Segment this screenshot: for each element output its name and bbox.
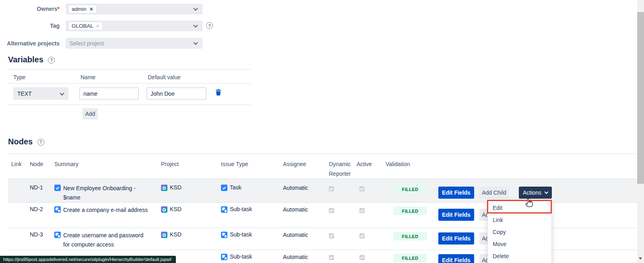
assignee-label: Automatic (283, 254, 308, 260)
add-variable-button[interactable]: Add (83, 108, 98, 119)
chevron-down-icon (60, 91, 64, 95)
variables-header: Variables ? (8, 55, 55, 64)
help-icon[interactable]: ? (48, 57, 55, 64)
node-link[interactable]: ND-1 (30, 184, 43, 191)
assignee-label: Automatic (283, 185, 308, 191)
validation-badge: FILLED (393, 185, 427, 193)
validation-badge: FILLED (393, 207, 427, 215)
validation-badge: FILLED (393, 232, 427, 240)
select-placeholder: Select project (70, 40, 104, 47)
scrollbar-down-arrow[interactable] (639, 257, 642, 260)
chevron-down-icon (193, 23, 198, 27)
nodes-header: Nodes ? (8, 137, 44, 146)
actions-button[interactable]: Actions (519, 187, 552, 199)
help-glyph: ? (39, 140, 42, 144)
project-avatar-icon (161, 185, 167, 191)
required-asterisk: * (58, 6, 60, 12)
chevron-down-icon (193, 6, 198, 10)
cursor-icon (524, 198, 534, 210)
chevron-down-icon (545, 190, 549, 194)
assignee-label: Automatic (283, 206, 308, 213)
delete-variable-button[interactable] (215, 89, 222, 97)
node-link[interactable]: ND-3 (30, 231, 43, 238)
variable-type-select[interactable]: TEXT (13, 87, 68, 100)
page: Owners* admin ✕ Tag GLOBAL × ? Alternati… (0, 0, 644, 263)
nodes-title: Nodes (8, 137, 33, 146)
subtask-type-icon (221, 206, 227, 213)
tag-chip-label: GLOBAL (72, 23, 93, 29)
validation-badge: FILLED (393, 254, 427, 262)
column-header-issue-type: Issue Type (221, 161, 248, 167)
variable-default-input[interactable] (147, 87, 206, 100)
active-checkbox (359, 233, 365, 238)
project-link[interactable]: KSD (170, 184, 182, 191)
divider (8, 69, 251, 70)
edit-fields-button[interactable]: Edit Fields (438, 254, 474, 263)
issue-type-label: Task (230, 184, 242, 191)
column-header-node: Node (30, 161, 43, 167)
trash-icon (215, 89, 222, 96)
owners-chip: admin ✕ (68, 5, 97, 13)
help-icon[interactable]: ? (206, 22, 213, 29)
menu-item-copy[interactable]: Copy (488, 226, 551, 238)
tag-chip: GLOBAL × (68, 22, 103, 30)
menu-item-link[interactable]: Link (488, 214, 551, 226)
alternative-projects-select[interactable]: Select project (66, 38, 202, 49)
actions-button-label: Actions (523, 189, 541, 196)
scrollbar-thumb[interactable] (637, 12, 644, 184)
divider (8, 83, 251, 84)
owners-label-text: Owners (37, 6, 57, 12)
dynamic-reporter-checkbox (329, 208, 334, 213)
summary-link[interactable]: New Employee Onboarding - $name (63, 184, 150, 202)
active-checkbox (359, 208, 365, 213)
project-avatar-icon (161, 232, 167, 238)
divider (8, 154, 637, 154)
issue-type-label: Sub-task (230, 231, 252, 238)
help-icon[interactable]: ? (37, 139, 44, 146)
remove-icon[interactable]: × (96, 23, 99, 29)
help-glyph: ? (208, 23, 211, 28)
active-checkbox (359, 186, 365, 191)
owners-label: Owners* (0, 6, 60, 12)
task-type-icon (221, 185, 227, 191)
column-header-name: Name (80, 74, 95, 80)
remove-icon[interactable]: ✕ (89, 6, 93, 12)
column-header-default-value: Default value (148, 74, 181, 80)
add-child-button[interactable]: Add Child (479, 187, 509, 199)
owners-chip-label: admin (72, 6, 87, 12)
edit-fields-button[interactable]: Edit Fields (438, 232, 474, 245)
tag-select[interactable]: GLOBAL × (66, 21, 202, 31)
status-bar-url: https://jira95post.appsdelivered.net/sec… (0, 256, 176, 263)
column-header-project: Project (161, 161, 179, 167)
issue-type-label: Sub-task (230, 206, 252, 212)
task-icon (54, 185, 61, 191)
edit-fields-button[interactable]: Edit Fields (438, 209, 474, 221)
scrollbar (637, 0, 644, 263)
subtask-icon (54, 232, 61, 238)
project-link[interactable]: KSD (170, 206, 182, 212)
subtask-type-icon (221, 254, 227, 260)
annotation-highlight (487, 200, 552, 214)
edit-fields-button[interactable]: Edit Fields (438, 187, 474, 199)
summary-link[interactable]: Create a company e-mail address (63, 205, 150, 215)
column-header-dynamic-reporter-2: Reporter (329, 171, 351, 177)
assignee-label: Automatic (283, 232, 308, 238)
column-header-active: Active (357, 161, 372, 167)
variable-name-input[interactable] (79, 87, 139, 100)
column-header-link: Link (11, 161, 22, 167)
variables-title: Variables (8, 55, 43, 64)
node-link[interactable]: ND-2 (30, 206, 43, 212)
menu-item-move[interactable]: Move (488, 238, 551, 250)
dynamic-reporter-checkbox (329, 186, 334, 191)
owners-select[interactable]: admin ✕ (66, 4, 202, 14)
active-checkbox (359, 255, 365, 260)
dynamic-reporter-checkbox (329, 255, 334, 260)
dynamic-reporter-checkbox (329, 233, 334, 238)
subtask-type-icon (221, 232, 227, 238)
project-link[interactable]: KSD (170, 231, 182, 238)
variable-type-value: TEXT (17, 90, 32, 97)
menu-item-delete[interactable]: Delete (488, 250, 551, 262)
tag-label: Tag (0, 23, 60, 29)
summary-link[interactable]: Create username and password for compute… (63, 231, 150, 249)
subtask-icon (54, 206, 61, 213)
